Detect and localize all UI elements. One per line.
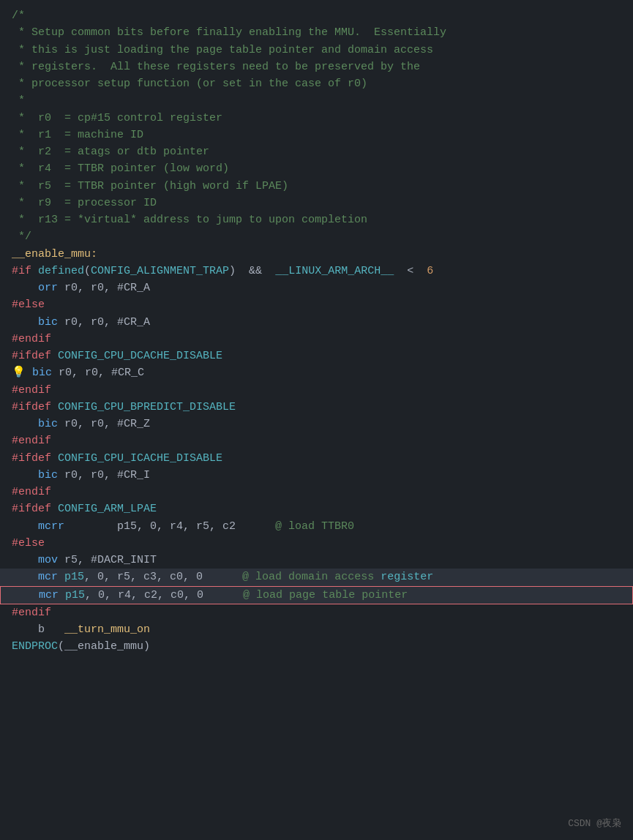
code-line: * r5 = TTBR pointer (high word if LPAE) (0, 178, 633, 195)
code-line: */ (0, 228, 633, 245)
code-line: * processor setup function (or set in th… (0, 75, 633, 92)
code-line: bic r0, r0, #CR_I (0, 467, 633, 484)
code-line: * (0, 92, 633, 109)
code-line: * r1 = machine ID (0, 127, 633, 143)
code-line: #endif (0, 484, 633, 500)
code-line: bic r0, r0, #CR_A (0, 314, 633, 331)
code-line: #endif (0, 604, 633, 621)
code-line: #ifdef CONFIG_CPU_BPREDICT_DISABLE (0, 399, 633, 416)
code-line: b __turn_mmu_on (0, 621, 633, 638)
code-line: * Setup common bits before finally enabl… (0, 24, 633, 41)
code-line: /* (0, 7, 633, 24)
code-line: #endif (0, 382, 633, 399)
code-container: /* * Setup common bits before finally en… (0, 7, 633, 656)
code-line: * registers. All these registers need to… (0, 59, 633, 75)
code-line: #ifdef CONFIG_ARM_LPAE (0, 500, 633, 517)
code-line: #endif (0, 432, 633, 449)
code-line: ENDPROC(__enable_mmu) (0, 638, 633, 655)
code-line: * this is just loading the page table po… (0, 42, 633, 59)
code-line: * r2 = atags or dtb pointer (0, 143, 633, 160)
code-line: mcr p15, 0, r5, c3, c0, 0 @ load domain … (0, 569, 633, 585)
code-line: 💡 bic r0, r0, #CR_C (0, 364, 633, 381)
code-line: orr r0, r0, #CR_A (0, 280, 633, 296)
code-line: * r4 = TTBR pointer (low word) (0, 160, 633, 177)
code-line: * r13 = *virtual* address to jump to upo… (0, 211, 633, 228)
code-line: __enable_mmu: (0, 246, 633, 263)
code-line: #else (0, 296, 633, 313)
code-line: #else (0, 535, 633, 552)
code-line: #ifdef CONFIG_CPU_ICACHE_DISABLE (0, 450, 633, 467)
code-line: bic r0, r0, #CR_Z (0, 416, 633, 432)
code-line: #ifdef CONFIG_CPU_DCACHE_DISABLE (0, 348, 633, 364)
code-line: mov r5, #DACR_INIT (0, 552, 633, 569)
code-line-highlighted: mcr p15, 0, r4, c2, c0, 0 @ load page ta… (0, 586, 633, 604)
code-line: mcrr p15, 0, r4, r5, c2 @ load TTBR0 (0, 518, 633, 535)
code-line: * r9 = processor ID (0, 195, 633, 211)
code-line: * r0 = cp#15 control register (0, 110, 633, 127)
code-line: #endif (0, 331, 633, 348)
watermark: CSDN @夜枭 (568, 817, 621, 831)
code-line: #if defined(CONFIG_ALIGNMENT_TRAP) && __… (0, 263, 633, 280)
